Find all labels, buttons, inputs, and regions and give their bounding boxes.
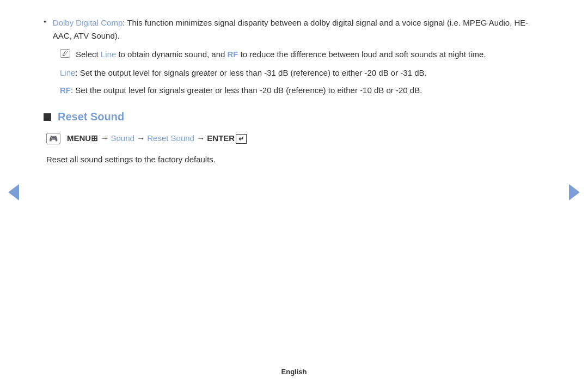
heading-square-icon bbox=[44, 113, 51, 121]
menu-remote-icon: 🎮 bbox=[46, 133, 60, 144]
note-item: 🖊 Select Line to obtain dynamic sound, a… bbox=[60, 48, 544, 61]
note-prefix: Select bbox=[76, 50, 101, 59]
note-icon: 🖊 bbox=[60, 49, 70, 58]
line-definition: Line: Set the output level for signals g… bbox=[60, 66, 544, 80]
reset-description: Reset all sound settings to the factory … bbox=[46, 153, 544, 167]
line-link[interactable]: Line bbox=[101, 50, 116, 59]
footer-language: English bbox=[281, 368, 307, 376]
line-def-text: Line: Set the output level for signals g… bbox=[60, 68, 427, 77]
section-title: Reset Sound bbox=[58, 111, 124, 123]
menu-path-row: 🎮 MENU⊞ → Sound → Reset Sound → ENTER↵ bbox=[46, 133, 544, 144]
sound-path-link[interactable]: Sound bbox=[111, 133, 134, 143]
bullet-dot: ● bbox=[44, 19, 46, 24]
bullet-item: ● Dolby Digital Comp: This function mini… bbox=[44, 16, 544, 42]
reset-sound-path-link[interactable]: Reset Sound bbox=[147, 133, 194, 143]
rf-definition: RF: Set the output level for signals gre… bbox=[60, 84, 544, 97]
menu-label: MENU bbox=[67, 133, 91, 143]
rf-def-link[interactable]: RF bbox=[60, 86, 71, 95]
bullet-desc-text: : This function minimizes signal dispari… bbox=[53, 18, 528, 40]
arrow3: → bbox=[197, 133, 207, 143]
content-area: ● Dolby Digital Comp: This function mini… bbox=[0, 0, 588, 359]
footer: English bbox=[0, 359, 588, 384]
line-def-body: : Set the output level for signals great… bbox=[75, 68, 426, 77]
arrow2: → bbox=[137, 133, 147, 143]
note-middle: to obtain dynamic sound, and bbox=[116, 50, 227, 59]
menu-path-text: MENU⊞ → Sound → Reset Sound → ENTER↵ bbox=[67, 133, 247, 144]
menu-grid-symbol: ⊞ bbox=[91, 133, 98, 143]
bullet-section: ● Dolby Digital Comp: This function mini… bbox=[44, 16, 544, 97]
note-text: Select Line to obtain dynamic sound, and… bbox=[76, 48, 486, 61]
section-heading: Reset Sound bbox=[44, 111, 544, 123]
bullet-description: Dolby Digital Comp: This function minimi… bbox=[53, 16, 544, 42]
page-container: ● Dolby Digital Comp: This function mini… bbox=[0, 0, 588, 384]
line-def-link[interactable]: Line bbox=[60, 68, 75, 77]
rf-def-text: RF: Set the output level for signals gre… bbox=[60, 86, 422, 95]
rf-link[interactable]: RF bbox=[228, 50, 238, 59]
dolby-digital-comp-link[interactable]: Dolby Digital Comp bbox=[53, 18, 122, 27]
enter-arrow-symbol: ↵ bbox=[238, 135, 244, 143]
enter-label: ENTER bbox=[207, 133, 235, 143]
note-suffix: to reduce the difference between loud an… bbox=[238, 50, 486, 59]
arrow1: → bbox=[100, 133, 111, 143]
rf-def-body: : Set the output level for signals great… bbox=[71, 86, 422, 95]
enter-icon: ↵ bbox=[236, 134, 247, 144]
